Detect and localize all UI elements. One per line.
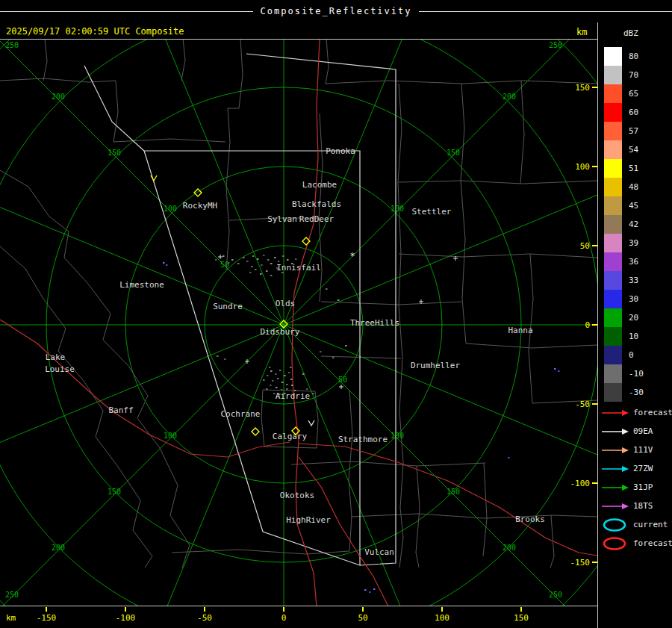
pointer-marker (308, 420, 314, 426)
bottom-axis-tick (441, 607, 443, 612)
dbz-swatch (604, 122, 622, 140)
radar-coverage-outline (144, 151, 360, 565)
echo-pixel (215, 259, 217, 261)
star-marker: * (349, 251, 355, 261)
echo-pixel (270, 275, 273, 276)
radar-site-diamond (252, 428, 259, 435)
highway-line (299, 457, 388, 606)
echo-pixel (286, 384, 288, 385)
echo-pixel (260, 273, 262, 275)
city-label: Innisfail (276, 263, 321, 273)
bottom-axis-label: 100 (435, 613, 449, 623)
right-axis-label: 0 (585, 320, 590, 330)
legend-row: 09EA (601, 422, 672, 441)
echo-pixel (288, 372, 290, 373)
city-label: Sylvan (267, 214, 297, 224)
ring-distance-label: 100 (391, 205, 404, 213)
city-label: RockyMH (183, 201, 217, 211)
city-label: Limestone (119, 280, 164, 290)
city-label: Airdrie (276, 391, 310, 401)
city-label: Blackfalds (292, 199, 341, 209)
echo-pixel (261, 264, 263, 266)
echo-pixel (281, 382, 284, 383)
dbz-value: -30 (629, 388, 644, 397)
echo-pixel (263, 255, 265, 256)
radar-display[interactable]: 2502001501005025020015010050100150200250… (0, 39, 597, 606)
dbz-value: 36 (629, 257, 638, 267)
city-label: Vulcan (364, 547, 394, 557)
echo-pixel (275, 373, 277, 375)
bottom-axis-label: -150 (37, 613, 57, 623)
legend-row: forecast (601, 403, 672, 422)
bottom-axis-label: -50 (197, 613, 212, 623)
ring-distance-label: 50 (220, 261, 229, 269)
pointer-marker (151, 175, 157, 181)
dbz-swatch (604, 271, 622, 290)
echo-pixel (332, 357, 335, 358)
echo-pixel (279, 370, 281, 371)
dbz-value: 54 (629, 145, 638, 155)
echo-pixel (278, 261, 280, 262)
echo-pixel (508, 457, 510, 458)
county-boundary (349, 390, 352, 551)
echo-pixel (369, 591, 371, 593)
county-boundary (43, 39, 47, 81)
echo-pixel (266, 270, 268, 272)
echo-pixel (217, 355, 219, 357)
dbz-value: 65 (629, 89, 638, 99)
county-boundary (351, 514, 597, 518)
echo-pixel (267, 375, 269, 376)
echo-pixel (291, 385, 293, 386)
dbz-scale-row: 33 (604, 271, 644, 290)
right-axis-label: 100 (575, 162, 590, 172)
legend-row: 31JP (601, 478, 672, 497)
dbz-swatch (604, 327, 622, 346)
ring-distance-label: 150 (108, 488, 121, 496)
azimuth-spoke (0, 325, 284, 606)
legend-row: current (601, 515, 672, 534)
title-bar: Composite_Reflectivity (0, 0, 672, 22)
legend-label: 09EA (633, 426, 653, 436)
legend-row: 18TS (601, 497, 672, 515)
legend-arrow-icon (601, 501, 629, 512)
echo-pixel (270, 263, 273, 264)
dbz-scale-row: 80 (604, 47, 644, 66)
echo-pixel (337, 299, 340, 301)
legend-label: forecast (633, 408, 672, 417)
dbz-swatch (604, 308, 622, 327)
dbz-swatch (604, 103, 622, 122)
bottom-axis-label: 50 (358, 613, 367, 623)
dbz-scale-row: 36 (604, 252, 644, 271)
echo-pixel (295, 258, 297, 260)
dbz-scale-row: 48 (604, 178, 644, 196)
bottom-axis-label: 0 (281, 613, 287, 623)
ring-distance-label: 100 (164, 432, 177, 440)
legend-label: 111V (633, 445, 653, 455)
county-boundary (416, 466, 420, 568)
ring-distance-label: 250 (5, 41, 19, 49)
bottom-axis-tick (520, 607, 522, 612)
ring-distance-label: 100 (391, 432, 404, 440)
city-label: Didsbury (261, 327, 300, 337)
dbz-value: -10 (629, 369, 644, 379)
right-axis-unit: km (576, 27, 587, 37)
bottom-axis-tick (283, 607, 284, 612)
window-title: Composite_Reflectivity (253, 6, 420, 16)
city-label: Olds (276, 299, 296, 308)
bottom-axis-unit: km (6, 613, 16, 623)
echo-pixel (257, 258, 259, 260)
dbz-swatch (604, 159, 622, 178)
dbz-swatch (604, 84, 622, 103)
dbz-scale-row: -10 (604, 364, 644, 383)
radar-map-area[interactable]: 2502001501005025020015010050100150200250… (0, 39, 597, 606)
city-label: HighRiver (286, 515, 331, 525)
echo-pixel (281, 389, 283, 391)
echo-pixel (249, 272, 252, 273)
dbz-value: 39 (629, 238, 638, 248)
echo-pixel (290, 379, 293, 380)
legend-label: current (633, 520, 668, 529)
echo-pixel (345, 345, 347, 346)
legend-arrow-icon (601, 408, 629, 418)
ring-distance-label: 250 (549, 591, 562, 599)
dbz-swatch (604, 215, 622, 234)
